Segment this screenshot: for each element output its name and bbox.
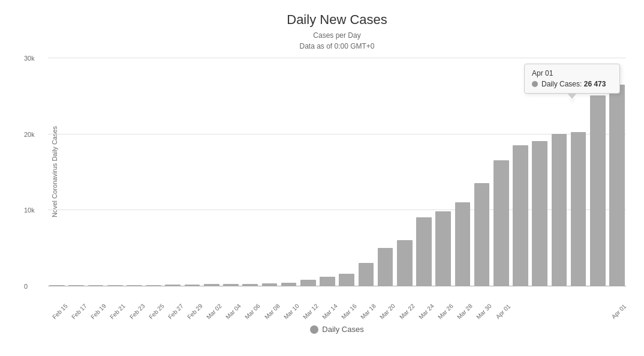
x-label: Mar 18 [359, 303, 378, 321]
bar-group [473, 58, 490, 286]
bar-group [299, 58, 317, 286]
bar-group [106, 58, 124, 286]
x-label: Mar 16 [340, 303, 359, 321]
y-label-30k: 30k [24, 55, 35, 62]
bar-group [376, 58, 394, 286]
bar [359, 263, 374, 286]
bar-group [279, 58, 297, 286]
bar [397, 240, 413, 286]
legend-label: Daily Cases [322, 325, 363, 334]
chart-container: Daily New Cases Cases per Day Data as of… [0, 0, 644, 356]
bar-group [550, 58, 568, 286]
bar-group [67, 58, 85, 286]
bar [571, 132, 586, 286]
x-label: Mar 12 [302, 303, 320, 321]
bar [513, 145, 528, 286]
bar-group [589, 58, 607, 286]
bar [223, 284, 239, 286]
bar-group [415, 58, 433, 286]
bar [262, 283, 278, 286]
x-label: Mar 28 [456, 303, 474, 321]
bar [281, 283, 297, 286]
bar-group [434, 58, 452, 286]
bar-group [492, 58, 510, 286]
bar [204, 284, 219, 286]
bar-group [222, 58, 240, 286]
y-label-0: 0 [24, 283, 28, 290]
y-label-10k: 10k [24, 207, 35, 214]
legend: Daily Cases [48, 325, 626, 334]
bar-group [164, 58, 182, 286]
bar-group [183, 58, 201, 286]
bar [590, 95, 606, 286]
bar-group [318, 58, 336, 286]
bar-group [86, 58, 104, 286]
bar-group [125, 58, 143, 286]
bar [68, 285, 84, 286]
bar-group [338, 58, 356, 286]
legend-dot [310, 325, 318, 334]
bar [320, 277, 335, 286]
x-label: Apr 01 [610, 303, 628, 321]
y-label-20k: 20k [24, 131, 35, 138]
bar [185, 285, 200, 286]
bars-area [48, 58, 626, 286]
x-label [591, 303, 604, 316]
x-label [513, 303, 527, 316]
x-label: Mar 20 [378, 303, 397, 321]
x-label: Mar 06 [243, 303, 262, 321]
chart-title: Daily New Cases [48, 12, 626, 28]
x-label: Feb 17 [70, 303, 89, 321]
bar [165, 285, 180, 286]
chart-area: Novel Coronavirus Daily Cases 30k 20k 10… [48, 58, 626, 286]
chart-subtitle: Cases per Day Data as of 0:00 GMT+0 [48, 30, 626, 52]
x-label [552, 303, 565, 316]
x-label: Mar 14 [321, 303, 339, 321]
bar-group [531, 58, 549, 286]
x-label: Mar 08 [263, 303, 281, 321]
bar [107, 285, 123, 286]
x-label: Mar 30 [475, 303, 493, 321]
x-label: Mar 04 [224, 303, 243, 321]
bar-group [511, 58, 529, 286]
bar [146, 285, 161, 286]
bar [49, 285, 65, 286]
bar-group [260, 58, 278, 286]
bar [493, 160, 509, 286]
bar [242, 284, 258, 286]
x-label: Mar 26 [437, 303, 455, 321]
bar [532, 141, 547, 286]
bar-group [241, 58, 259, 286]
bar-group [48, 58, 66, 286]
x-label [532, 303, 546, 316]
bar [300, 280, 316, 286]
x-label: Feb 15 [51, 303, 70, 321]
bar [339, 274, 354, 286]
bar-group [396, 58, 414, 286]
bar [474, 183, 490, 286]
x-label [571, 303, 585, 316]
bar-group [569, 58, 587, 286]
x-axis: Feb 15Feb 17Feb 19Feb 21Feb 23Feb 25Feb … [48, 307, 626, 316]
bar [609, 85, 625, 286]
bar [552, 134, 567, 286]
bar [88, 285, 104, 286]
bar [435, 211, 451, 286]
x-label: Feb 19 [89, 303, 108, 321]
bar-group [453, 58, 471, 286]
x-label: Feb 29 [186, 303, 204, 321]
x-label: Feb 21 [109, 303, 127, 321]
x-label: Mar 10 [282, 303, 300, 321]
bar-group [357, 58, 375, 286]
x-label: Apr 01 [494, 303, 513, 321]
x-label: Feb 23 [128, 303, 146, 321]
x-label: Feb 27 [167, 303, 185, 321]
bar [127, 285, 142, 286]
bar [416, 217, 432, 286]
x-label: Mar 22 [398, 303, 416, 321]
grid-line-0: 0 [48, 286, 626, 286]
bar-group [608, 58, 626, 286]
bar [455, 202, 471, 286]
bar [378, 248, 393, 286]
bar-group [145, 58, 162, 286]
